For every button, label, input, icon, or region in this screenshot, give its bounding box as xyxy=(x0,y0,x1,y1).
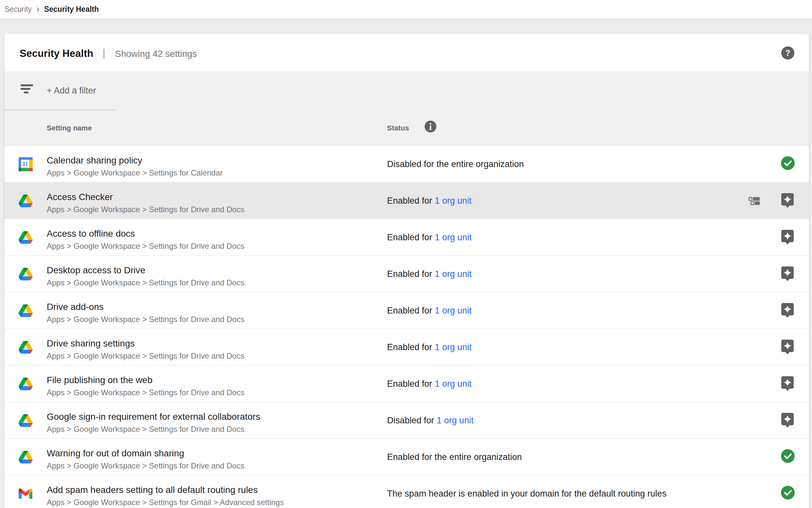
recommendation-icon[interactable] xyxy=(781,413,795,428)
setting-status: Disabled for the entire organization xyxy=(387,146,524,182)
org-unit-link[interactable]: 1 org unit xyxy=(435,342,472,352)
drive-icon xyxy=(18,413,33,428)
table-row[interactable]: Desktop access to Drive Apps > Google Wo… xyxy=(4,256,809,292)
setting-status: The spam header is enabled in your domai… xyxy=(387,475,667,508)
status-text: Enabled for xyxy=(387,269,432,279)
card-header: Security Health | Showing 42 settings ? xyxy=(4,34,809,71)
table-row[interactable]: Drive add-ons Apps > Google Workspace > … xyxy=(4,292,809,329)
recommendation-icon[interactable] xyxy=(781,339,795,355)
setting-status: Enabled for 1 org unit xyxy=(387,219,472,256)
table-row[interactable]: 31 Calendar sharing policy Apps > Google… xyxy=(4,146,809,182)
setting-status: Enabled for 1 org unit xyxy=(387,329,472,366)
setting-name: Add spam headers setting to all default … xyxy=(47,483,284,497)
status-text: Enabled for xyxy=(387,232,432,243)
setting-name: Warning for out of domain sharing xyxy=(47,447,244,460)
setting-text: Drive add-ons Apps > Google Workspace > … xyxy=(47,300,244,325)
table-row[interactable]: Warning for out of domain sharing Apps >… xyxy=(4,439,809,475)
org-unit-link[interactable]: 1 org unit xyxy=(435,232,472,243)
setting-path: Apps > Google Workspace > Settings for C… xyxy=(47,167,223,178)
status-text: The spam header is enabled in your domai… xyxy=(387,489,667,499)
help-icon[interactable]: ? xyxy=(781,46,794,59)
page-title: Security Health xyxy=(19,48,93,59)
setting-path: Apps > Google Workspace > Settings for D… xyxy=(47,240,244,252)
table-row[interactable]: Drive sharing settings Apps > Google Wor… xyxy=(4,329,809,366)
drive-icon xyxy=(18,230,33,245)
status-text: Enabled for the entire organization xyxy=(387,452,522,462)
table-row[interactable]: File publishing on the web Apps > Google… xyxy=(4,366,809,402)
table-row[interactable]: Access to offline docs Apps > Google Wor… xyxy=(4,219,809,256)
table-row[interactable]: Access Checker Apps > Google Workspace >… xyxy=(4,182,809,219)
drive-icon xyxy=(18,266,33,282)
status-text: Enabled for xyxy=(387,342,432,352)
drive-icon xyxy=(18,376,33,391)
setting-name: Access to offline docs xyxy=(47,227,244,240)
setting-status: Disabled for 1 org unit xyxy=(387,402,474,439)
setting-name: Drive sharing settings xyxy=(47,337,244,350)
security-health-card: Security Health | Showing 42 settings ? … xyxy=(4,34,809,508)
setting-name: Drive add-ons xyxy=(47,300,244,313)
status-text: Disabled for the entire organization xyxy=(387,159,524,169)
drive-icon xyxy=(18,450,33,465)
status-info-icon[interactable] xyxy=(425,121,436,132)
org-unit-link[interactable]: 1 org unit xyxy=(435,379,472,389)
svg-text:?: ? xyxy=(785,48,790,57)
setting-path: Apps > Google Workspace > Settings for D… xyxy=(47,423,260,435)
org-unit-link[interactable]: 1 org unit xyxy=(435,306,472,316)
setting-text: File publishing on the web Apps > Google… xyxy=(47,374,244,398)
filter-bar: + Add a filter xyxy=(4,71,809,110)
setting-path: Apps > Google Workspace > Settings for D… xyxy=(47,277,244,288)
status-ok-icon xyxy=(781,156,795,172)
setting-name: Access Checker xyxy=(47,190,244,204)
add-filter-button[interactable]: + Add a filter xyxy=(47,86,96,96)
table-header: Setting name Status xyxy=(4,110,809,146)
breadcrumb-chevron-icon: › xyxy=(36,4,40,14)
gmail-icon xyxy=(18,486,33,501)
org-unit-link[interactable]: 1 org unit xyxy=(435,196,472,206)
setting-name: Calendar sharing policy xyxy=(47,154,223,167)
setting-text: Drive sharing settings Apps > Google Wor… xyxy=(47,337,244,362)
status-ok-icon xyxy=(781,449,795,465)
status-text: Enabled for xyxy=(387,196,432,206)
setting-name: Desktop access to Drive xyxy=(47,264,244,277)
title-separator: | xyxy=(103,47,105,59)
recommendation-icon[interactable] xyxy=(781,266,795,282)
settings-count: Showing 42 settings xyxy=(115,49,197,59)
setting-text: Google sign-in requirement for external … xyxy=(47,410,260,435)
status-text: Enabled for xyxy=(387,379,432,389)
settings-table-body: 31 Calendar sharing policy Apps > Google… xyxy=(4,146,809,508)
recommendation-icon[interactable] xyxy=(781,303,795,319)
column-header-status: Status xyxy=(387,124,409,132)
status-text: Disabled for xyxy=(387,416,434,426)
setting-path: Apps > Google Workspace > Settings for D… xyxy=(47,350,244,362)
breadcrumb-current: Security Health xyxy=(44,5,99,14)
setting-path: Apps > Google Workspace > Settings for G… xyxy=(47,497,284,508)
setting-name: File publishing on the web xyxy=(47,374,244,387)
setting-status: Enabled for 1 org unit xyxy=(387,256,472,292)
setting-text: Desktop access to Drive Apps > Google Wo… xyxy=(47,264,244,288)
setting-name: Google sign-in requirement for external … xyxy=(47,410,260,423)
table-row[interactable]: Add spam headers setting to all default … xyxy=(4,475,809,508)
org-unit-link[interactable]: 1 org unit xyxy=(437,416,474,426)
breadcrumb-parent[interactable]: Security xyxy=(5,5,32,14)
setting-status: Enabled for the entire organization xyxy=(387,439,522,475)
table-row[interactable]: Google sign-in requirement for external … xyxy=(4,402,809,439)
calendar-icon: 31 xyxy=(18,157,33,172)
setting-text: Warning for out of domain sharing Apps >… xyxy=(47,447,244,471)
drive-icon xyxy=(18,193,33,208)
filter-list-icon xyxy=(20,84,33,94)
column-header-setting-name: Setting name xyxy=(47,124,92,132)
setting-path: Apps > Google Workspace > Settings for D… xyxy=(47,387,244,398)
setting-text: Add spam headers setting to all default … xyxy=(47,483,284,508)
org-structure-icon xyxy=(748,197,760,205)
recommendation-icon[interactable] xyxy=(781,376,795,392)
setting-text: Access Checker Apps > Google Workspace >… xyxy=(47,190,244,215)
recommendation-icon[interactable] xyxy=(781,229,795,245)
setting-status: Enabled for 1 org unit xyxy=(387,292,472,329)
org-unit-link[interactable]: 1 org unit xyxy=(435,269,472,279)
drive-icon xyxy=(18,303,33,318)
status-text: Enabled for xyxy=(387,306,432,316)
setting-text: Calendar sharing policy Apps > Google Wo… xyxy=(47,154,223,178)
recommendation-icon[interactable] xyxy=(781,193,795,209)
svg-text:31: 31 xyxy=(22,161,28,167)
setting-path: Apps > Google Workspace > Settings for D… xyxy=(47,313,244,325)
